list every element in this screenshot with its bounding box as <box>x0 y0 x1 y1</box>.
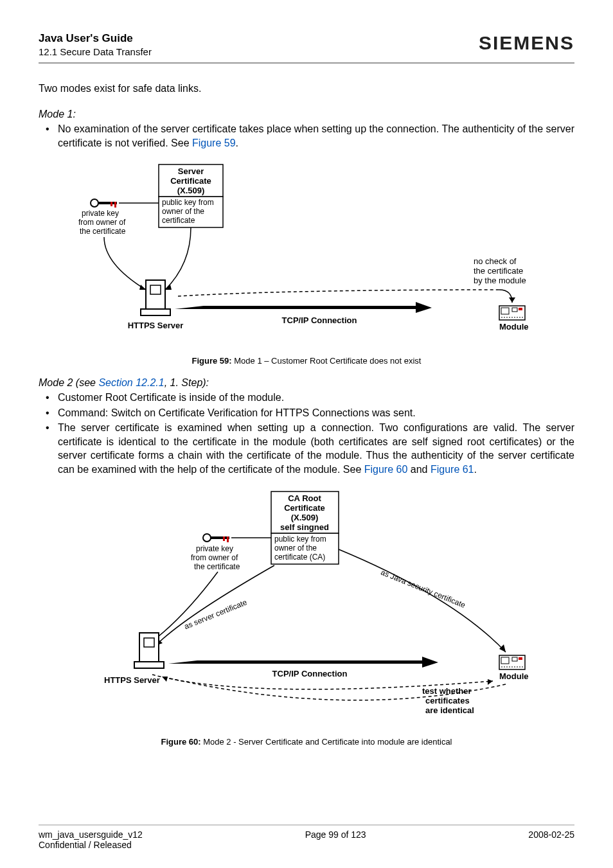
intro-text: Two modes exist for safe data links. <box>39 82 574 96</box>
svg-rect-31 <box>519 308 522 310</box>
svg-text:by the module: by the module <box>474 276 526 285</box>
key-icon <box>203 534 229 542</box>
svg-text:from owner of: from owner of <box>191 553 238 562</box>
svg-text:private key: private key <box>196 544 233 553</box>
server-icon <box>134 633 164 668</box>
svg-marker-60 <box>422 657 438 668</box>
svg-text:test whether: test whether <box>422 686 472 696</box>
svg-text:TCP/IP Connection: TCP/IP Connection <box>272 669 348 678</box>
svg-rect-30 <box>512 308 517 312</box>
svg-marker-54 <box>499 644 506 652</box>
svg-point-8 <box>91 199 98 207</box>
figure-59-caption: Figure 59: Mode 1 – Customer Root Certif… <box>39 355 574 367</box>
svg-marker-17 <box>165 285 172 290</box>
mode1-bullet: No examination of the server certificate… <box>58 122 574 150</box>
svg-text:no check of: no check of <box>474 256 517 266</box>
footer-page: Page 99 of 123 <box>305 829 366 840</box>
svg-marker-16 <box>139 285 146 290</box>
module-icon <box>499 306 525 320</box>
svg-text:(X.509): (X.509) <box>291 513 319 522</box>
mode2-list: Customer Root Certificate is inside of t… <box>39 391 574 477</box>
mode2-heading: Mode 2 (see Section 12.2.1, 1. Step): <box>39 376 574 390</box>
doc-section: 12.1 Secure Data Transfer <box>39 46 152 57</box>
svg-text:the certificate: the certificate <box>474 266 523 276</box>
footer-confidential: Confidential / Released <box>39 840 574 850</box>
svg-text:CA Root: CA Root <box>288 493 321 503</box>
svg-text:self singned: self singned <box>280 522 329 532</box>
svg-marker-62 <box>488 679 493 685</box>
svg-marker-24 <box>509 297 515 303</box>
svg-rect-9 <box>98 202 117 204</box>
doc-title: Java User's Guide <box>39 32 152 45</box>
server-icon <box>141 280 170 315</box>
mode1-heading: Mode 1: <box>39 107 574 121</box>
svg-text:the certificate: the certificate <box>194 562 240 571</box>
figure-60-caption: Figure 60: Mode 2 - Server Certificate a… <box>39 736 574 748</box>
svg-rect-65 <box>501 657 509 664</box>
svg-text:HTTPS Server: HTTPS Server <box>104 675 160 685</box>
svg-text:private key: private key <box>82 209 119 218</box>
svg-text:(X.509): (X.509) <box>177 186 205 195</box>
svg-text:HTTPS Server: HTTPS Server <box>128 321 184 330</box>
svg-text:the certificate: the certificate <box>80 227 126 236</box>
svg-text:Certificate: Certificate <box>170 176 211 186</box>
svg-rect-20 <box>141 309 170 315</box>
svg-text:owner of the: owner of the <box>274 544 317 553</box>
svg-text:TCP/IP Connection: TCP/IP Connection <box>282 315 357 325</box>
svg-text:certificates: certificates <box>425 696 470 705</box>
svg-rect-10 <box>114 202 116 208</box>
svg-rect-44 <box>210 536 229 539</box>
svg-text:Module: Module <box>499 322 529 332</box>
mode2-bullet-2: Command: Switch on Certificate Verificat… <box>58 406 574 420</box>
svg-text:public key from: public key from <box>274 535 326 544</box>
mode1-list: No examination of the server certificate… <box>39 122 574 150</box>
mode2-bullet-1: Customer Root Certificate is inside of t… <box>58 391 574 405</box>
module-icon <box>499 655 525 669</box>
figure-60: CA Root Certificate (X.509) self singned… <box>39 488 574 748</box>
footer-doc-id: wm_java_usersguide_v12 <box>39 829 143 840</box>
svg-rect-57 <box>144 638 154 647</box>
svg-text:certificate: certificate <box>162 216 195 225</box>
svg-text:Module: Module <box>499 671 529 681</box>
svg-text:Certificate: Certificate <box>284 503 325 513</box>
svg-rect-46 <box>223 536 225 541</box>
header-left: Java User's Guide 12.1 Secure Data Trans… <box>39 32 152 57</box>
svg-rect-66 <box>512 657 517 661</box>
siemens-logo: SIEMENS <box>479 32 574 54</box>
svg-text:Server: Server <box>178 166 204 176</box>
svg-rect-58 <box>134 662 164 668</box>
footer-date: 2008-02-25 <box>528 829 574 840</box>
svg-rect-67 <box>519 657 522 660</box>
link-section-1221[interactable]: Section 12.2.1 <box>98 377 164 388</box>
svg-rect-19 <box>150 285 161 294</box>
svg-text:as Java security certificate: as Java security certificate <box>380 567 467 610</box>
svg-point-43 <box>203 534 211 542</box>
page-header: Java User's Guide 12.1 Secure Data Trans… <box>39 32 574 64</box>
link-figure-61[interactable]: Figure 61 <box>431 464 474 475</box>
svg-text:public key from: public key from <box>162 198 214 207</box>
svg-rect-29 <box>501 308 509 314</box>
svg-rect-45 <box>227 536 229 542</box>
link-figure-59[interactable]: Figure 59 <box>192 137 236 148</box>
link-figure-60[interactable]: Figure 60 <box>364 464 408 475</box>
mode2-bullet-3: The server certificate is examined when … <box>58 421 574 476</box>
svg-text:certificate (CA): certificate (CA) <box>274 553 325 562</box>
svg-marker-63 <box>162 677 168 682</box>
figure-59: Server Certificate (X.509) public key fr… <box>39 161 574 366</box>
key-icon <box>91 199 117 208</box>
svg-rect-11 <box>111 202 112 206</box>
page-footer: wm_java_usersguide_v12 Page 99 of 123 20… <box>39 824 574 850</box>
svg-text:are identical: are identical <box>425 705 474 715</box>
svg-text:owner of the: owner of the <box>162 207 204 216</box>
svg-marker-22 <box>416 302 432 313</box>
svg-text:from owner of: from owner of <box>78 218 126 227</box>
